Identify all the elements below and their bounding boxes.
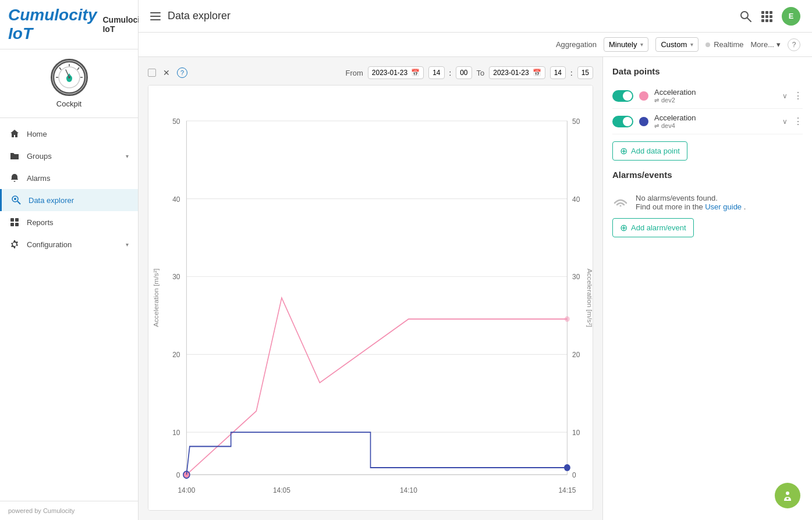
sidebar-item-configuration[interactable]: Configuration ▾ xyxy=(0,233,138,255)
nav-items: Home Groups ▾ Alarms xyxy=(0,118,138,501)
data-point-item-2: Acceleration ⇌ dev4 ∨ ⋮ xyxy=(612,109,803,134)
svg-rect-24 xyxy=(770,11,772,14)
svg-point-62 xyxy=(564,464,570,471)
data-point-menu-2[interactable]: ⋮ xyxy=(793,116,803,127)
svg-rect-25 xyxy=(761,15,764,18)
svg-text:14:15: 14:15 xyxy=(558,486,576,494)
to-hour-input[interactable]: 14 xyxy=(550,66,566,79)
hamburger-button[interactable] xyxy=(150,12,161,20)
to-date-value: 2023-01-23 xyxy=(493,69,529,77)
folder-icon xyxy=(9,151,20,161)
svg-rect-15 xyxy=(10,223,14,226)
chart-section: ✕ ? From 2023-01-23 📅 14 : 00 To xyxy=(139,57,602,520)
sidebar-item-label-alarms: Alarms xyxy=(27,174,129,183)
add-data-point-button[interactable]: ⊕ Add data point xyxy=(612,141,687,161)
svg-rect-30 xyxy=(770,19,772,22)
more-chevron-icon: ▾ xyxy=(776,40,781,49)
toggle-dp1[interactable] xyxy=(612,90,633,102)
to-date-input[interactable]: 2023-01-23 📅 xyxy=(489,66,545,79)
user-avatar[interactable]: E xyxy=(782,7,800,26)
aggregation-select[interactable]: Minutely ▾ xyxy=(604,37,648,52)
svg-text:10: 10 xyxy=(172,428,180,437)
svg-text:10: 10 xyxy=(572,428,580,437)
sidebar-footer: powered by Cumulocity xyxy=(0,501,138,520)
svg-rect-17 xyxy=(150,12,161,13)
data-point-name-2: Acceleration xyxy=(654,113,776,122)
svg-text:20: 20 xyxy=(572,351,580,359)
svg-text:30: 30 xyxy=(172,273,180,282)
sidebar-item-alarms[interactable]: Alarms xyxy=(0,167,138,189)
sidebar-item-label-home: Home xyxy=(27,130,129,138)
filter-icon-2: ⇌ xyxy=(654,123,659,129)
data-point-info-1: Acceleration ⇌ dev2 xyxy=(654,88,776,104)
aggregation-label: Aggregation xyxy=(556,40,597,49)
svg-text:50: 50 xyxy=(572,117,580,126)
svg-text:14:05: 14:05 xyxy=(273,486,290,494)
sidebar-item-label-groups: Groups xyxy=(27,152,119,161)
from-date-input[interactable]: 2023-01-23 📅 xyxy=(368,66,424,79)
filter-icon-1: ⇌ xyxy=(654,97,659,104)
bell-icon xyxy=(9,173,20,183)
from-hour-input[interactable]: 14 xyxy=(428,66,444,79)
page-title: Data explorer xyxy=(168,10,733,22)
clear-icon[interactable]: ✕ xyxy=(163,68,170,77)
svg-point-9 xyxy=(68,76,70,79)
data-explorer-icon xyxy=(11,195,22,205)
cockpit-gauge-icon xyxy=(51,59,88,96)
svg-rect-16 xyxy=(15,223,19,226)
apps-button[interactable] xyxy=(761,10,772,22)
sidebar-item-reports[interactable]: Reports xyxy=(0,211,138,233)
sidebar-item-groups[interactable]: Groups ▾ xyxy=(0,145,138,167)
add-alarm-button[interactable]: ⊕ Add alarm/event xyxy=(612,218,694,237)
home-icon xyxy=(9,129,20,139)
more-label: More... xyxy=(751,40,774,49)
calendar-icon-to: 📅 xyxy=(533,69,541,77)
svg-text:0: 0 xyxy=(176,471,180,479)
svg-point-64 xyxy=(786,491,789,495)
data-point-chevron-2[interactable]: ∨ xyxy=(782,117,788,126)
sidebar-item-label-configuration: Configuration xyxy=(27,240,119,249)
svg-rect-28 xyxy=(761,19,764,22)
svg-line-21 xyxy=(747,18,751,22)
sidebar-logo: Cumulocity IoT Cumulocity IoT xyxy=(0,0,138,49)
toggle-dp2[interactable] xyxy=(612,116,633,127)
data-point-chevron-1[interactable]: ∨ xyxy=(782,92,788,100)
sidebar-item-label-reports: Reports xyxy=(27,218,129,227)
search-button[interactable] xyxy=(740,10,751,22)
svg-rect-23 xyxy=(765,11,768,14)
alarms-title: Alarms/events xyxy=(612,170,803,180)
svg-rect-19 xyxy=(150,19,161,20)
from-minute-input[interactable]: 00 xyxy=(456,66,471,79)
sidebar-item-home[interactable]: Home xyxy=(0,123,138,145)
help-icon[interactable]: ? xyxy=(788,38,800,51)
chart-checkbox[interactable] xyxy=(148,69,156,77)
no-alarms-container: No alarms/events found. Find out more in… xyxy=(612,187,803,218)
to-minute-input[interactable]: 15 xyxy=(577,66,593,79)
user-guide-link[interactable]: User guide xyxy=(705,202,742,211)
data-point-name-1: Acceleration xyxy=(654,88,776,97)
color-dot-dp1 xyxy=(639,91,648,101)
chevron-down-icon-config: ▾ xyxy=(126,241,129,248)
realtime-button[interactable]: Realtime xyxy=(705,40,743,49)
custom-chevron-icon: ▾ xyxy=(690,41,693,48)
sidebar: Cumulocity IoT Cumulocity IoT Cockp xyxy=(0,0,139,520)
chart-help-icon[interactable]: ? xyxy=(177,67,187,78)
plus-icon-dp: ⊕ xyxy=(620,145,627,156)
from-label: From xyxy=(345,69,363,77)
right-panel: Data points Acceleration ⇌ dev2 ∨ xyxy=(602,57,812,520)
custom-select[interactable]: Custom ▾ xyxy=(655,37,698,52)
alarms-section: Alarms/events No alarms/events found. xyxy=(612,170,803,237)
date-range: From 2023-01-23 📅 14 : 00 To 2023-01-23 xyxy=(345,66,593,79)
more-button[interactable]: More... ▾ xyxy=(751,40,781,49)
toggle-knob-dp2 xyxy=(623,117,632,126)
svg-rect-18 xyxy=(150,16,161,17)
custom-value: Custom xyxy=(661,40,687,49)
sidebar-item-data-explorer[interactable]: Data explorer xyxy=(0,189,138,211)
data-point-menu-1[interactable]: ⋮ xyxy=(793,90,803,101)
data-point-item-1: Acceleration ⇌ dev2 ∨ ⋮ xyxy=(612,83,803,109)
help-fab-button[interactable] xyxy=(775,483,800,508)
logo-icon: Cumulocity IoT xyxy=(8,6,97,43)
chevron-down-icon: ▾ xyxy=(126,153,129,159)
svg-point-60 xyxy=(565,316,570,322)
svg-text:14:10: 14:10 xyxy=(400,486,417,494)
